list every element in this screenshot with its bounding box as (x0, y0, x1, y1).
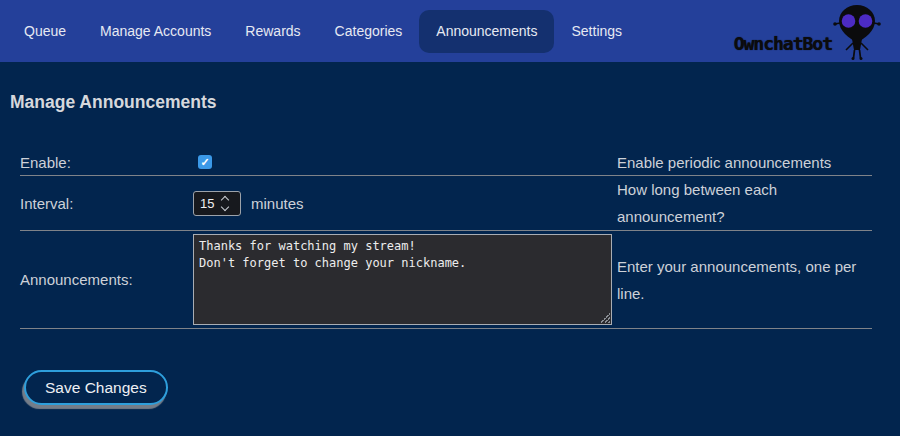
interval-label: Interval: (20, 195, 193, 212)
ownchatbot-logo: OwnchatBot (711, 0, 886, 62)
announcements-control-cell: Thanks for watching my stream! Don't for… (193, 234, 617, 325)
resize-handle-icon[interactable] (600, 313, 610, 323)
announcements-form: Enable: Enable periodic announcements In… (20, 149, 872, 329)
announcements-row: Announcements: Thanks for watching my st… (20, 231, 872, 329)
interval-input-box (193, 191, 241, 216)
top-navbar: Queue Manage Accounts Rewards Categories… (0, 0, 900, 62)
nav-item-manage-accounts[interactable]: Manage Accounts (83, 10, 228, 53)
page-title: Manage Announcements (10, 92, 900, 113)
interval-spinner (221, 197, 228, 210)
robot-mascot-icon (832, 4, 882, 60)
announcements-label: Announcements: (20, 271, 193, 288)
announcements-help-text: Enter your announcements, one per line. (617, 253, 872, 307)
nav-item-announcements[interactable]: Announcements (419, 10, 554, 53)
enable-label: Enable: (20, 154, 193, 171)
main-content: Manage Announcements Enable: Enable peri… (0, 92, 900, 405)
interval-unit-label: minutes (251, 195, 304, 212)
spinner-down-icon[interactable] (221, 202, 229, 210)
enable-help-text: Enable periodic announcements (617, 149, 872, 176)
nav-item-categories[interactable]: Categories (318, 10, 420, 53)
announcements-textarea[interactable]: Thanks for watching my stream! Don't for… (193, 234, 612, 325)
logo-text: OwnchatBot (734, 33, 832, 54)
nav-item-queue[interactable]: Queue (7, 10, 83, 53)
nav-item-rewards[interactable]: Rewards (228, 10, 317, 53)
interval-input[interactable] (194, 196, 221, 211)
interval-help-text: How long between each announcement? (617, 176, 872, 230)
enable-control-cell (193, 155, 617, 169)
save-changes-button[interactable]: Save Changes (24, 370, 168, 405)
interval-control-cell: minutes (193, 191, 617, 216)
nav-item-settings[interactable]: Settings (554, 10, 639, 53)
enable-checkbox[interactable] (198, 155, 212, 169)
enable-row: Enable: Enable periodic announcements (20, 149, 872, 176)
interval-row: Interval: minutes How long between each … (20, 176, 872, 231)
